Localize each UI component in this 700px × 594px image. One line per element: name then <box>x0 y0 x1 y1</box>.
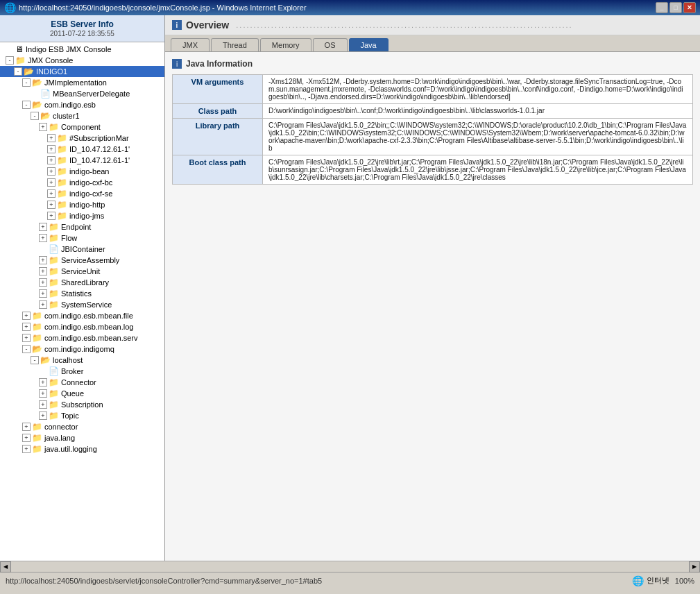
tree-toggle-com-indigo-esb-mbean-file[interactable]: + <box>22 312 31 320</box>
tree-item-id-10-47-12-61-1[interactable]: +📁ID_10.47.12.61-1' <box>0 144 164 155</box>
hscroll-track[interactable] <box>11 563 689 571</box>
tree-item-com-indigo-esb-mbean-file[interactable]: +📁com.indigo.esb.mbean.file <box>0 310 164 321</box>
tab-bar: JMXThreadMemoryOSJava <box>165 35 700 52</box>
tree-item-sharedlibrary[interactable]: +📁SharedLibrary <box>0 277 164 288</box>
tree-item-java-lang[interactable]: +📁java.lang <box>0 432 164 443</box>
tree-item-subscriptionmar[interactable]: +📁#SubscriptionMar <box>0 133 164 144</box>
tree-toggle-indigo-cxf-se[interactable]: + <box>47 189 56 198</box>
tree-item-com-indigo-esb-mbean-serv[interactable]: +📁com.indigo.esb.mbean.serv <box>0 332 164 343</box>
tab-thread[interactable]: Thread <box>211 38 259 51</box>
tree-item-cluster1[interactable]: -📂cluster1 <box>0 110 164 121</box>
tree-item-indigo-cxf-se[interactable]: +📁indigo-cxf-se <box>0 188 164 199</box>
tree-item-broker[interactable]: 📄Broker <box>0 366 164 377</box>
tab-os[interactable]: OS <box>313 38 348 51</box>
browser-icon: 🌐 <box>4 2 16 13</box>
tree-toggle-com-indigo-esb-mbean-serv[interactable]: + <box>22 334 31 342</box>
tree-toggle-indigo-cxf-bc[interactable]: + <box>47 178 56 187</box>
tree-item-systemservice[interactable]: +📁SystemService <box>0 299 164 310</box>
tree-item-jmx-console[interactable]: -📁JMX Console <box>0 55 164 66</box>
tree-item-id-10-47-12-61-2[interactable]: +📁ID_10.47.12.61-1' <box>0 155 164 166</box>
tree-toggle-flow[interactable]: + <box>39 234 47 242</box>
info-value-3: C:\Program Files\Java\jdk1.5.0_22\jre\li… <box>263 155 693 185</box>
tree-item-serviceunit[interactable]: +📁ServiceUnit <box>0 266 164 277</box>
tree-toggle-subscriptionmar[interactable]: + <box>47 134 56 142</box>
tree-toggle-com-indigo-esb-mbean-log[interactable]: + <box>22 323 31 331</box>
tree-toggle-indigo-http[interactable]: + <box>47 201 56 209</box>
tree-toggle-id-10-47-12-61-1[interactable]: + <box>47 145 56 153</box>
globe-icon: 🌐 <box>632 575 644 586</box>
tree-label-com-indigo-esb-mbean-log: com.indigo.esb.mbean.log <box>44 323 133 331</box>
tree-icon-com-indigo-esb-mbean-log: 📁 <box>32 322 42 332</box>
tree-item-statistics[interactable]: +📁Statistics <box>0 288 164 299</box>
tree-toggle-jmimplementation[interactable]: - <box>22 78 31 87</box>
tree-item-localhost[interactable]: -📂localhost <box>0 355 164 366</box>
tree-toggle-statistics[interactable]: + <box>39 289 47 298</box>
close-button[interactable]: ✕ <box>683 2 696 13</box>
tree-toggle-systemservice[interactable]: + <box>39 300 47 309</box>
tree-toggle-indigo1[interactable]: - <box>14 67 22 76</box>
tree-toggle-com-indigo-indigomq[interactable]: - <box>22 345 31 353</box>
tree-item-flow[interactable]: +📁Flow <box>0 232 164 244</box>
tree-toggle-topic[interactable]: + <box>39 411 47 420</box>
tree-item-com-indigo-indigomq[interactable]: -📂com.indigo.indigomq <box>0 343 164 355</box>
tree-item-subscription[interactable]: +📁Subscription <box>0 399 164 410</box>
tree-icon-systemservice: 📁 <box>49 300 59 309</box>
minimize-button[interactable]: _ <box>656 2 668 13</box>
tree-item-com-indigo-esb[interactable]: -📂com.indigo.esb <box>0 99 164 110</box>
hscroll-right-button[interactable]: ▶ <box>689 561 700 572</box>
tree-label-connector2: connector <box>44 423 78 431</box>
tree-toggle-component[interactable]: + <box>39 123 47 131</box>
tree-toggle-endpoint[interactable]: + <box>39 223 47 231</box>
tree-toggle-connector[interactable]: + <box>39 378 47 387</box>
tree-item-indigo-cxf-bc[interactable]: +📁indigo-cxf-bc <box>0 177 164 188</box>
tree-toggle-indigo-bean[interactable]: + <box>47 167 56 176</box>
tree-icon-cluster1: 📂 <box>40 111 51 121</box>
tree-item-indigo-http[interactable]: +📁indigo-http <box>0 199 164 210</box>
tree-item-indigo-jms[interactable]: +📁indigo-jms <box>0 210 164 221</box>
tree-toggle-java-util-logging[interactable]: + <box>22 445 31 453</box>
tree-item-jbicontainer[interactable]: 📄JBIContainer <box>0 244 164 255</box>
tree-label-com-indigo-indigomq: com.indigo.indigomq <box>44 345 114 353</box>
overview-icon: i <box>172 20 182 30</box>
tree-toggle-java-lang[interactable]: + <box>22 434 31 442</box>
tree-toggle-subscription[interactable]: + <box>39 400 47 409</box>
tab-memory[interactable]: Memory <box>260 38 311 51</box>
tree-item-com-indigo-esb-mbean-log[interactable]: +📁com.indigo.esb.mbean.log <box>0 321 164 332</box>
tree-item-component[interactable]: +📁Component <box>0 121 164 133</box>
tree-toggle-queue[interactable]: + <box>39 389 47 398</box>
tab-jmx[interactable]: JMX <box>171 38 210 51</box>
tree: 🖥Indigo ESB JMX Console-📁JMX Console-📂IN… <box>0 42 164 456</box>
info-value-2: C:\Program Files\Java\jdk1.5.0_22\bin;;C… <box>263 119 693 155</box>
tree-icon-indigo-esb-jmx: 🖥 <box>15 44 24 54</box>
tree-item-indigo-esb-jmx[interactable]: 🖥Indigo ESB JMX Console <box>0 44 164 55</box>
tree-item-serviceassembly[interactable]: +📁ServiceAssembly <box>0 255 164 266</box>
tree-toggle-com-indigo-esb[interactable]: - <box>22 101 31 109</box>
tree-toggle-connector2[interactable]: + <box>22 423 31 431</box>
tree-item-java-util-logging[interactable]: +📁java.util.logging <box>0 443 164 455</box>
tree-item-jmimplementation[interactable]: -📂JMImplementation <box>0 77 164 88</box>
tree-label-indigo-cxf-bc: indigo-cxf-bc <box>69 178 112 187</box>
tree-toggle-id-10-47-12-61-2[interactable]: + <box>47 156 56 164</box>
tree-toggle-jmx-console[interactable]: - <box>6 56 14 65</box>
tree-toggle-cluster1[interactable]: - <box>31 112 39 120</box>
maximize-button[interactable]: □ <box>669 2 682 13</box>
tree-item-endpoint[interactable]: +📁Endpoint <box>0 221 164 232</box>
tree-item-mbeanserverdelegate[interactable]: 📄MBeanServerDelegate <box>0 88 164 99</box>
tree-item-topic[interactable]: +📁Topic <box>0 410 164 421</box>
tree-icon-topic: 📁 <box>49 411 59 421</box>
tree-toggle-localhost[interactable]: - <box>31 356 39 364</box>
tab-java[interactable]: Java <box>349 38 389 51</box>
tree-toggle-sharedlibrary[interactable]: + <box>39 278 47 287</box>
tree-item-queue[interactable]: +📁Queue <box>0 388 164 399</box>
tree-toggle-serviceassembly[interactable]: + <box>39 256 47 264</box>
tree-icon-indigo-cxf-se: 📁 <box>57 189 67 198</box>
tree-item-indigo-bean[interactable]: +📁indigo-bean <box>0 166 164 177</box>
tree-item-connector2[interactable]: +📁connector <box>0 421 164 432</box>
tree-toggle-serviceunit[interactable]: + <box>39 267 47 275</box>
main-container: ESB Server Info 2011-07-22 18:35:55 🖥Ind… <box>0 15 700 561</box>
tree-toggle-indigo-jms[interactable]: + <box>47 212 56 220</box>
tree-item-connector[interactable]: +📁Connector <box>0 377 164 388</box>
tree-icon-com-indigo-esb-mbean-serv: 📁 <box>32 333 42 343</box>
tree-item-indigo1[interactable]: -📂INDIGO1 <box>0 66 164 77</box>
hscroll-left-button[interactable]: ◀ <box>0 561 11 572</box>
